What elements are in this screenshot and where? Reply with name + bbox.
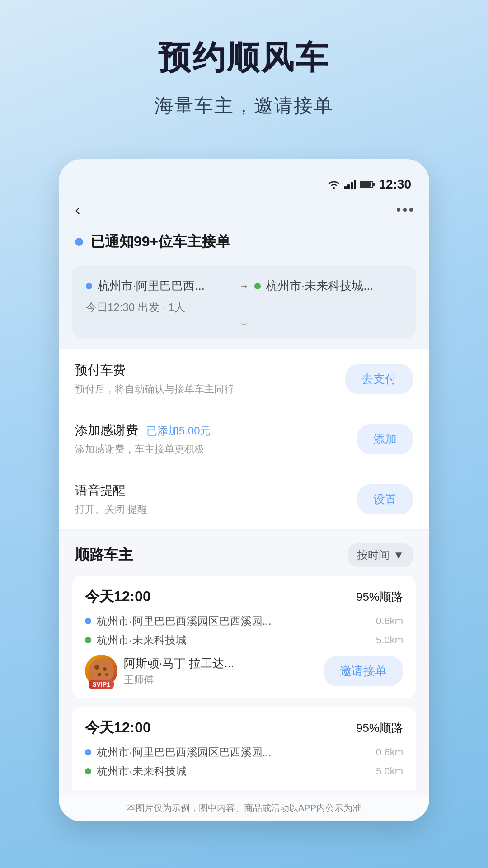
driver-1-from-text: 杭州市·阿里巴巴西溪园区巴西溪园... <box>97 614 371 628</box>
sections-container: 预付车费 预付后，将自动确认与接单车主同行 去支付 添加感谢费 已添加5.00元… <box>59 349 429 529</box>
driver-1-role: 王师傅 <box>124 673 234 687</box>
back-button[interactable]: ‹ <box>75 201 80 218</box>
driver-1-from-row: 杭州市·阿里巴巴西溪园区巴西溪园... 0.6km <box>85 614 403 628</box>
driver-card-1-header: 今天12:00 95%顺路 <box>85 587 403 607</box>
invite-button-1[interactable]: 邀请接单 <box>324 656 403 686</box>
drivers-title: 顺路车主 <box>75 545 133 565</box>
driver-2-to-text: 杭州市·未来科技城 <box>97 764 371 778</box>
driver-card-1: 今天12:00 95%顺路 杭州市·阿里巴巴西溪园区巴西溪园... 0.6km … <box>72 576 416 698</box>
svg-point-0 <box>333 187 335 189</box>
voice-left: 语音提醒 打开、关闭 提醒 <box>75 482 147 516</box>
phone-frame: 12:30 ‹ 已通知99+位车主接单 杭州市·阿里巴巴西... → 杭州市·未… <box>59 159 429 821</box>
route-from-row: 杭州市·阿里巴巴西... → 杭州市·未来科技城... <box>86 278 402 294</box>
notify-banner: 已通知99+位车主接单 <box>59 223 429 261</box>
driver-1-route: 杭州市·阿里巴巴西溪园区巴西溪园... 0.6km 杭州市·未来科技城 5.0k… <box>85 614 403 647</box>
nav-bar: ‹ <box>59 196 429 223</box>
status-icons <box>327 179 373 189</box>
disclaimer: 本图片仅为示例，图中内容、商品或活动以APP内公示为准 <box>59 795 429 821</box>
gratitude-button[interactable]: 添加 <box>357 424 413 454</box>
more-button[interactable] <box>397 208 413 212</box>
chevron-down-icon: ⌣ <box>86 317 402 329</box>
gratitude-title: 添加感谢费 已添加5.00元 <box>75 422 211 439</box>
route-card[interactable]: 杭州市·阿里巴巴西... → 杭州市·未来科技城... 今日12:30 出发 ·… <box>72 265 416 338</box>
svg-rect-4 <box>354 180 356 189</box>
driver-1-info-row: SVIP1 阿斯顿·马丁 拉工达... 王师傅 邀请接单 <box>85 655 403 687</box>
gratitude-row: 添加感谢费 已添加5.00元 添加感谢费，车主接单更积极 添加 <box>59 409 429 469</box>
status-bar: 12:30 <box>59 173 429 196</box>
prepay-row: 预付车费 预付后，将自动确认与接单车主同行 去支付 <box>59 349 429 409</box>
prepay-left: 预付车费 预付后，将自动确认与接单车主同行 <box>75 362 234 396</box>
status-time: 12:30 <box>379 177 411 192</box>
driver-1-time: 今天12:00 <box>85 587 151 607</box>
driver-1-left: SVIP1 阿斯顿·马丁 拉工达... 王师傅 <box>85 655 234 687</box>
svg-rect-1 <box>344 186 347 189</box>
driver-2-from-dist: 0.6km <box>376 746 403 758</box>
svg-rect-3 <box>351 182 353 189</box>
svg-point-8 <box>98 673 101 676</box>
drivers-header: 顺路车主 按时间 ▼ <box>59 531 429 576</box>
driver-1-to-row: 杭州市·未来科技城 5.0km <box>85 633 403 647</box>
dot2 <box>403 208 407 212</box>
driver-1-match: 95%顺路 <box>356 589 403 605</box>
battery-icon <box>360 181 373 188</box>
drivers-section: 顺路车主 按时间 ▼ 今天12:00 95%顺路 杭州市·阿里巴巴西溪园区巴西溪… <box>59 531 429 795</box>
gratitude-sub: 添加感谢费，车主接单更积极 <box>75 443 211 456</box>
driver-1-from-dot <box>85 618 91 624</box>
driver-1-to-dist: 5.0km <box>376 634 403 646</box>
sort-button[interactable]: 按时间 ▼ <box>348 543 413 567</box>
svg-rect-2 <box>347 184 350 189</box>
main-title: 预约顺风车 <box>0 36 488 80</box>
driver-2-time: 今天12:00 <box>85 718 151 738</box>
driver-2-from-dot <box>85 749 91 755</box>
driver-2-to-dot <box>85 768 91 774</box>
prepay-title: 预付车费 <box>75 362 234 379</box>
driver-1-name-wrap: 阿斯顿·马丁 拉工达... 王师傅 <box>124 656 234 687</box>
driver-2-route: 杭州市·阿里巴巴西溪园区巴西溪园... 0.6km 杭州市·未来科技城 5.0k… <box>85 745 403 778</box>
arrow-icon: → <box>239 280 249 292</box>
voice-sub: 打开、关闭 提醒 <box>75 503 147 516</box>
gratitude-left: 添加感谢费 已添加5.00元 添加感谢费，车主接单更积极 <box>75 422 211 456</box>
driver-1-from-dist: 0.6km <box>376 615 403 627</box>
notify-dot <box>75 238 83 246</box>
notify-text: 已通知99+位车主接单 <box>90 232 230 252</box>
driver-2-from-text: 杭州市·阿里巴巴西溪园区巴西溪园... <box>97 745 371 760</box>
sub-title: 海量车主，邀请接单 <box>0 93 488 118</box>
driver-2-to-row: 杭州市·未来科技城 5.0km <box>85 764 403 778</box>
gratitude-added: 已添加5.00元 <box>146 425 211 437</box>
to-dot <box>254 283 261 289</box>
driver-2-match: 95%顺路 <box>356 720 403 736</box>
wifi-icon <box>327 179 341 189</box>
header-section: 预约顺风车 海量车主，邀请接单 <box>0 0 488 137</box>
from-dot <box>86 283 92 289</box>
from-text: 杭州市·阿里巴巴西... <box>98 278 234 294</box>
voice-title: 语音提醒 <box>75 482 147 499</box>
driver-card-2-header: 今天12:00 95%顺路 <box>85 718 403 738</box>
svg-point-9 <box>105 673 108 676</box>
to-text: 杭州市·未来科技城... <box>266 278 402 294</box>
voice-row: 语音提醒 打开、关闭 提醒 设置 <box>59 469 429 529</box>
driver-2-to-dist: 5.0km <box>376 765 403 777</box>
prepay-button[interactable]: 去支付 <box>345 364 413 394</box>
driver-card-2: 今天12:00 95%顺路 杭州市·阿里巴巴西溪园区巴西溪园... 0.6km … <box>72 707 416 790</box>
chevron-icon: ▼ <box>393 549 404 561</box>
dot1 <box>397 208 400 212</box>
driver-1-avatar-wrap: SVIP1 <box>85 655 117 687</box>
dot3 <box>409 208 413 212</box>
disclaimer-text: 本图片仅为示例，图中内容、商品或活动以APP内公示为准 <box>127 803 361 813</box>
driver-2-from-row: 杭州市·阿里巴巴西溪园区巴西溪园... 0.6km <box>85 745 403 760</box>
svg-point-6 <box>94 665 99 670</box>
driver-1-name: 阿斯顿·马丁 拉工达... <box>124 656 234 671</box>
route-info: 今日12:30 出发 · 1人 <box>86 300 402 315</box>
driver-1-to-dot <box>85 637 91 643</box>
voice-button[interactable]: 设置 <box>357 484 413 514</box>
driver-1-to-text: 杭州市·未来科技城 <box>97 633 371 647</box>
sort-label: 按时间 <box>357 548 389 562</box>
svip-badge: SVIP1 <box>89 680 114 689</box>
svg-point-7 <box>103 667 107 671</box>
signal-icon <box>344 180 356 189</box>
prepay-sub: 预付后，将自动确认与接单车主同行 <box>75 382 234 396</box>
